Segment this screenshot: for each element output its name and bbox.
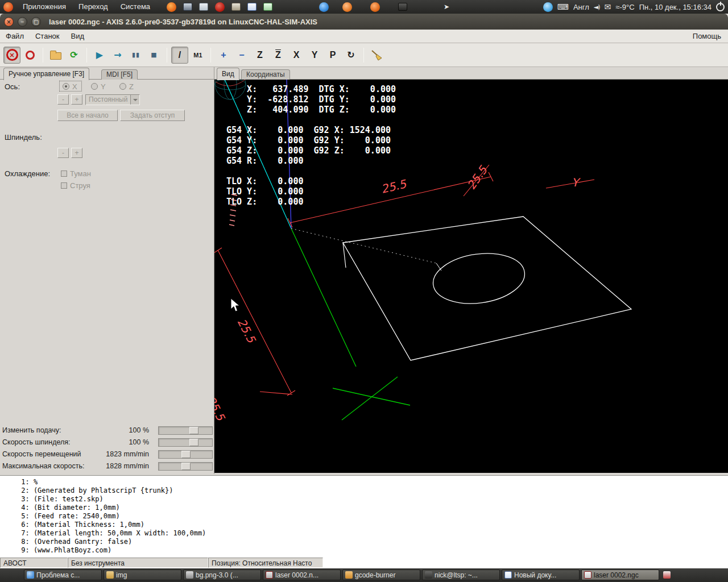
zoom-in-button[interactable]: + [215,47,232,64]
view-rotated-top-button[interactable]: Z [270,47,287,64]
jog-plus-button[interactable]: + [71,94,82,105]
reload-button[interactable]: ⟳ [65,47,82,64]
feed-override-slider[interactable] [158,426,213,435]
block-delete-toggle[interactable]: / [171,47,188,64]
monitor-icon[interactable] [183,3,192,11]
volume-icon[interactable]: ◄) [594,3,600,11]
menu-file[interactable]: Файл [0,30,30,42]
axis-z-radio-label[interactable]: Z [129,82,134,91]
jog-speed-slider-thumb[interactable] [181,451,191,458]
axis-z-radio[interactable] [119,83,126,90]
menu-view[interactable]: Вид [65,30,90,42]
jog-minus-button[interactable]: - [57,94,69,105]
view-side-button[interactable]: X [288,47,305,64]
minimize-button[interactable]: − [18,17,27,27]
view-top-button[interactable]: Z [251,47,268,64]
pause-button[interactable]: ▮▮ [127,47,144,64]
max-velocity-slider[interactable] [158,462,213,471]
gcode-listing[interactable]: 1: % 2: (Generated by PhlatscripT {trunk… [0,475,728,557]
spindle-override-slider-thumb[interactable] [189,439,198,446]
taskbar-item-active[interactable]: laser 0002.ngc [581,569,659,580]
tools-icon[interactable] [231,3,241,11]
dark-app-icon[interactable] [398,3,407,11]
close-button[interactable]: × [4,17,14,27]
mail-icon[interactable]: ✉ [605,2,611,11]
taskbar-item[interactable]: nick@ltsp: ~... [422,569,500,580]
touch-off-button[interactable]: Задать отступ [120,110,185,121]
open-file-button[interactable] [47,47,64,64]
calc-icon[interactable] [263,3,272,11]
tab-manual-control[interactable]: Ручное управление [F3] [3,68,89,80]
tab-mdi[interactable]: MDI [F5] [101,69,138,80]
gcode-line[interactable]: 1: % [17,478,728,487]
chart-icon[interactable] [199,3,208,11]
gcode-line[interactable]: 9: (www.PhlatBoyz.com) [17,546,728,555]
mist-checkbox[interactable] [61,171,67,177]
axis-tray-icon[interactable] [663,571,671,579]
menu-help[interactable]: Помощь [686,30,728,42]
gcode-line[interactable]: 5: (Feed rate: 2540,0mm) [17,512,728,521]
preview-canvas[interactable]: 25.5 25.5 25.5 25.5 Y X: 637.489 DTG X: … [214,80,728,473]
gcode-line[interactable]: 8: (Overhead Gantry: false) [17,538,728,546]
gcode-line[interactable]: 3: (File: test2.skp) [17,495,728,504]
openoffice-icon[interactable] [215,2,225,12]
system-menu[interactable]: Система [114,0,156,14]
tab-dro[interactable]: Координаты [241,69,290,80]
axis-y-radio-label[interactable]: Y [101,82,106,91]
view-perspective-button[interactable]: P [324,47,341,64]
mist-checkbox-label[interactable]: Туман [70,169,91,178]
tab-preview[interactable]: Вид [217,68,239,80]
keyboard-layout-icon[interactable]: ⌨ [557,2,569,11]
gcode-line[interactable]: 2: (Generated by PhlatscripT {trunk}) [17,487,728,495]
taskbar-item[interactable]: gcode-burner [342,569,420,580]
applications-menu[interactable]: Приложения [16,0,72,14]
menu-machine[interactable]: Станок [30,30,65,42]
taskbar-item[interactable]: Новый доку... [502,569,580,580]
axis-x-radio-label[interactable]: X [72,82,77,91]
clear-plot-button[interactable] [368,47,385,64]
feed-override-slider-thumb[interactable] [189,427,198,434]
optional-stop-toggle[interactable]: M1 [189,47,206,64]
ubuntu-logo-icon[interactable] [3,2,13,12]
taskbar-item[interactable]: img [104,569,181,580]
flood-checkbox[interactable] [61,182,67,189]
flood-checkbox-label[interactable]: Струя [70,181,90,190]
run-button[interactable]: ▶ [91,47,108,64]
gcode-line[interactable]: 7: (Material length: 50,0mm X width: 100… [17,529,728,538]
firefox-icon[interactable] [167,2,176,12]
power-icon[interactable] [716,3,725,11]
places-menu[interactable]: Переход [72,0,114,14]
window-titlebar[interactable]: × − ▢ laser 0002.ngc - AXIS 2.6.0-pre0-3… [0,14,728,30]
chromium-icon[interactable] [319,2,329,12]
zoom-out-button[interactable]: − [233,47,250,64]
keyboard-layout-indicator[interactable]: Англ [573,3,589,11]
spindle-override-slider[interactable] [158,438,213,447]
view-front-button[interactable]: Y [306,47,323,64]
stop-button[interactable]: ■ [146,47,163,64]
home-all-button[interactable]: Все в начало [57,110,118,121]
skype-icon[interactable] [543,2,553,12]
clock-applet[interactable]: Пн., 10 дек., 15:16:34 [639,3,712,11]
max-velocity-slider-thumb[interactable] [181,463,191,470]
spindle-plus-button[interactable]: + [71,148,82,158]
swirl-icon[interactable] [342,2,352,12]
machine-power-button[interactable] [22,47,39,64]
gcode-line[interactable]: 6: (Material Thickness: 1,0mm) [17,521,728,529]
writer-icon[interactable] [247,3,257,11]
jog-speed-slider[interactable] [158,450,213,459]
estop-button[interactable]: × [3,47,20,64]
jog-mode-select[interactable]: Постоянный [85,94,140,105]
taskbar-item[interactable]: bg.png-3.0 (... [183,569,261,580]
gcode-line[interactable]: 4: (Bit diameter: 1,0mm) [17,504,728,512]
notification-arrow-icon[interactable]: ➤ [444,3,449,11]
axis-y-radio[interactable] [91,83,98,90]
taskbar-item[interactable]: Проблема с... [24,569,102,580]
weather-applet[interactable]: ≈-9°C [615,3,634,11]
swirl-icon-2[interactable] [370,2,380,12]
spindle-minus-button[interactable]: - [57,148,69,158]
taskbar-item[interactable]: laser 0002.n... [263,569,341,580]
step-button[interactable]: → [109,47,126,64]
axis-x-radio[interactable] [63,83,69,90]
rotate-view-button[interactable]: ↻ [342,47,359,64]
maximize-button[interactable]: ▢ [31,17,41,27]
